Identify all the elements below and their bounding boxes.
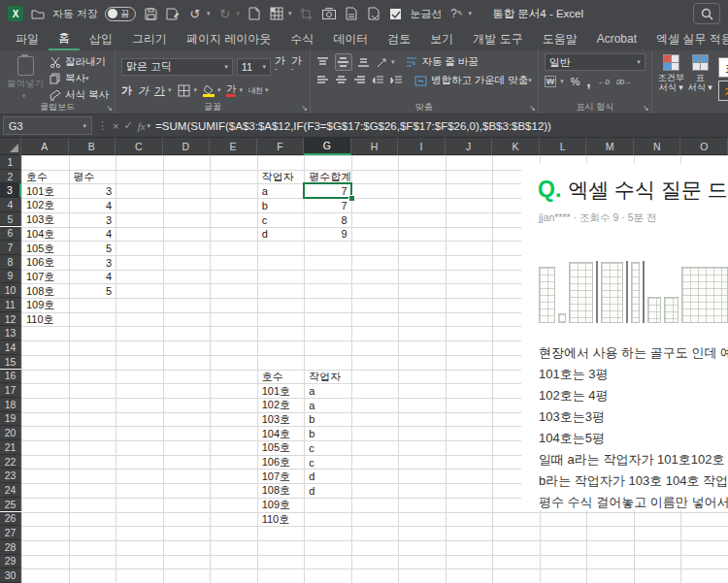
tab-home[interactable]: 홈 bbox=[49, 27, 80, 50]
decrease-indent-icon[interactable] bbox=[372, 74, 385, 87]
row-header-26[interactable]: 26 bbox=[0, 512, 21, 527]
bold-button[interactable]: 가 bbox=[121, 83, 132, 98]
cell-F16[interactable]: 호수 bbox=[258, 371, 305, 384]
row-header-16[interactable]: 16 bbox=[0, 370, 21, 384]
col-header-L[interactable]: L bbox=[540, 138, 587, 155]
style-normal[interactable]: 표준 bbox=[718, 57, 728, 78]
cell-G17[interactable]: a bbox=[305, 384, 351, 398]
cell-B6[interactable]: 4 bbox=[70, 228, 116, 242]
col-header-M[interactable]: M bbox=[586, 138, 634, 155]
name-box[interactable]: G3▾ bbox=[3, 116, 92, 135]
row-header-3[interactable]: 3 bbox=[0, 183, 21, 198]
col-header-J[interactable]: J bbox=[446, 138, 493, 155]
col-header-G[interactable]: G bbox=[304, 138, 351, 155]
borders-dropdown-icon[interactable]: ▾ bbox=[193, 86, 197, 94]
help-pen-icon[interactable]: ?✎ bbox=[449, 6, 465, 21]
font-family-select[interactable]: 맑은 고딕▾ bbox=[121, 58, 233, 76]
cell-A12[interactable]: 110호 bbox=[22, 313, 69, 327]
save-icon[interactable] bbox=[143, 6, 158, 21]
cell-F5[interactable]: c bbox=[258, 213, 305, 227]
cell-A10[interactable]: 108호 bbox=[22, 284, 69, 298]
row-header-28[interactable]: 28 bbox=[0, 540, 21, 555]
col-header-F[interactable]: F bbox=[257, 138, 305, 155]
cell-F6[interactable]: d bbox=[258, 228, 305, 242]
insert-function-icon[interactable]: fx bbox=[138, 120, 146, 132]
cell-G5[interactable]: 8 bbox=[305, 213, 351, 227]
align-right-icon[interactable] bbox=[353, 74, 367, 87]
cell-G20[interactable]: b bbox=[305, 427, 351, 440]
tab-page-layout[interactable]: 페이지 레이아웃 bbox=[177, 27, 281, 50]
borders-icon[interactable] bbox=[177, 83, 190, 97]
row-header-12[interactable]: 12 bbox=[0, 312, 21, 327]
increase-indent-icon[interactable] bbox=[390, 74, 404, 87]
row-header-23[interactable]: 23 bbox=[0, 469, 21, 483]
qat-more-icon[interactable]: ▾ bbox=[469, 10, 473, 17]
cell-A11[interactable]: 109호 bbox=[22, 299, 69, 312]
col-header-E[interactable]: E bbox=[210, 138, 257, 155]
format-as-table-button[interactable]: 표서식 ▾ bbox=[688, 53, 712, 102]
cancel-entry-icon[interactable]: × bbox=[113, 120, 118, 132]
row-header-8[interactable]: 8 bbox=[0, 255, 21, 270]
fill-color-dropdown-icon[interactable]: ▾ bbox=[217, 86, 221, 94]
tab-formulas[interactable]: 수식 bbox=[281, 27, 323, 50]
font-dialog-launcher[interactable]: ↘ bbox=[301, 104, 308, 113]
cell-F18[interactable]: 102호 bbox=[258, 399, 305, 412]
increase-decimal-icon[interactable]: ←.0 bbox=[597, 78, 609, 86]
cell-B8[interactable]: 3 bbox=[70, 256, 116, 270]
grow-font-button[interactable]: 가ˆ bbox=[275, 53, 287, 81]
insert-cells-dropdown-icon[interactable]: ▾ bbox=[288, 10, 292, 17]
cell-F25[interactable]: 109호 bbox=[258, 499, 305, 512]
row-header-6[interactable]: 6 bbox=[0, 227, 21, 242]
percent-style-icon[interactable]: % bbox=[571, 76, 580, 87]
cell-G6[interactable]: 9 bbox=[305, 228, 351, 242]
cell-B7[interactable]: 5 bbox=[70, 242, 116, 255]
tab-developer[interactable]: 개발 도구 bbox=[463, 27, 532, 50]
cell-F2[interactable]: 작업자 bbox=[258, 171, 305, 184]
save-as-icon[interactable] bbox=[165, 6, 181, 21]
row-header-11[interactable]: 11 bbox=[0, 298, 21, 312]
row-header-7[interactable]: 7 bbox=[0, 241, 21, 255]
col-header-K[interactable]: K bbox=[492, 138, 540, 155]
accounting-dropdown-icon[interactable]: ▾ bbox=[560, 78, 564, 85]
align-top-icon[interactable] bbox=[316, 55, 330, 69]
cell-B3[interactable]: 3 bbox=[70, 184, 116, 198]
export-doc-icon[interactable] bbox=[344, 6, 359, 21]
tab-review[interactable]: 검토 bbox=[378, 27, 420, 50]
tab-acrobat[interactable]: Acrobat bbox=[587, 27, 646, 50]
tab-excel-practice[interactable]: 엑셀 실무 적용 bbox=[646, 27, 728, 50]
cell-G22[interactable]: c bbox=[305, 456, 351, 470]
accounting-format-icon[interactable]: ₩ bbox=[545, 76, 557, 87]
cell-A6[interactable]: 104호 bbox=[22, 228, 69, 242]
shrink-font-button[interactable]: 가ˇ bbox=[291, 53, 304, 81]
align-middle-icon[interactable] bbox=[335, 53, 352, 71]
cell-F20[interactable]: 104호 bbox=[258, 427, 305, 440]
col-header-N[interactable]: N bbox=[634, 138, 681, 155]
camera-icon[interactable] bbox=[321, 6, 337, 21]
align-center-icon[interactable] bbox=[335, 74, 348, 87]
cell-F17[interactable]: 101호 bbox=[258, 384, 305, 398]
number-format-select[interactable]: 일반▾ bbox=[545, 53, 645, 71]
cell-B10[interactable]: 5 bbox=[70, 284, 116, 298]
phonetic-dropdown-icon[interactable]: ▾ bbox=[265, 86, 269, 94]
cell-A8[interactable]: 106호 bbox=[22, 256, 69, 270]
cell-A2[interactable]: 호수 bbox=[22, 171, 69, 184]
tab-file[interactable]: 파일 bbox=[6, 27, 49, 50]
row-header-19[interactable]: 19 bbox=[0, 412, 21, 427]
row-header-18[interactable]: 18 bbox=[0, 398, 21, 412]
new-document-icon[interactable] bbox=[247, 6, 262, 21]
row-header-20[interactable]: 20 bbox=[0, 426, 21, 440]
cell-A3[interactable]: 101호 bbox=[22, 184, 69, 198]
row-header-22[interactable]: 22 bbox=[0, 455, 21, 470]
underline-button[interactable]: 가 bbox=[154, 83, 165, 98]
col-header-H[interactable]: H bbox=[351, 138, 399, 155]
align-left-icon[interactable] bbox=[316, 74, 330, 87]
cell-G19[interactable]: b bbox=[305, 413, 351, 427]
col-header-A[interactable]: A bbox=[21, 138, 69, 155]
undo-icon[interactable]: ↺ bbox=[187, 6, 203, 21]
row-header-25[interactable]: 25 bbox=[0, 498, 21, 512]
cell-G21[interactable]: c bbox=[305, 441, 351, 455]
row-header-17[interactable]: 17 bbox=[0, 383, 21, 398]
row-header-15[interactable]: 15 bbox=[0, 355, 21, 370]
cell-F24[interactable]: 108호 bbox=[258, 484, 305, 498]
fill-color-icon[interactable] bbox=[203, 84, 215, 97]
